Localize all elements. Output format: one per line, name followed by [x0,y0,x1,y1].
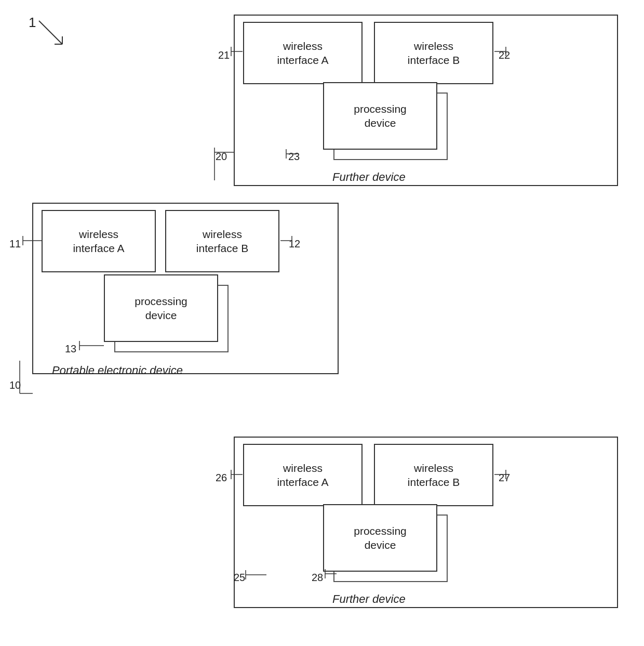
top-processing-line2: device [365,116,396,130]
middle-footer-label: Portable electronic device [52,364,183,377]
top-label22-bracket-icon [493,46,510,57]
middle-processing-box: processing device [104,274,218,342]
middle-interface-b-line2: interface B [196,241,248,255]
middle-interface-a-box: wireless interface A [42,210,156,272]
top-interface-b-line1: wireless [414,39,453,53]
bottom-processing-line2: device [365,538,396,552]
bottom-label26-bracket-icon [227,469,244,480]
bottom-interface-b-line2: interface B [408,475,460,489]
figure-arrow-icon [34,16,75,52]
top-interface-a-line2: interface A [277,53,328,67]
middle-label10-bracket-icon [16,360,34,396]
top-label20-bracket-icon [210,147,236,183]
top-interface-a-line1: wireless [283,39,323,53]
middle-label11-bracket-icon [19,235,43,246]
bottom-interface-a-label: 26 [216,472,227,484]
top-footer-label: Further device [332,170,406,184]
bottom-interface-a-line1: wireless [283,461,323,475]
top-interface-a-box: wireless interface A [243,22,363,84]
bottom-processing-line1: processing [354,524,407,538]
bottom-footer-label: Further device [332,592,406,606]
middle-interface-a-line2: interface A [73,241,124,255]
middle-interface-b-box: wireless interface B [165,210,279,272]
top-interface-b-box: wireless interface B [374,22,493,84]
bottom-label28-bracket-icon [321,568,338,579]
middle-processing-line1: processing [135,294,187,308]
middle-processing-line2: device [145,308,177,322]
top-processing-line1: processing [354,102,407,116]
bottom-interface-b-box: wireless interface B [374,444,493,506]
top-processing-box: processing device [323,82,437,150]
diagram-container: 1 wireless interface A 21 wireless inter… [0,0,644,646]
bottom-interface-a-line2: interface A [277,475,328,489]
middle-interface-b-line1: wireless [203,227,242,241]
middle-processing-label: 13 [65,343,76,355]
middle-interface-a-line1: wireless [79,227,118,241]
svg-line-0 [39,21,62,44]
top-label23-bracket-icon [282,148,299,160]
middle-label13-bracket-icon [75,340,105,351]
bottom-label25-bracket-icon [242,569,267,581]
top-label21-bracket-icon [227,46,244,57]
middle-label12-bracket-icon [279,235,296,246]
top-interface-b-line2: interface B [408,53,460,67]
bottom-label27-bracket-icon [493,469,510,480]
bottom-interface-a-box: wireless interface A [243,444,363,506]
bottom-processing-box: processing device [323,504,437,572]
bottom-interface-b-line1: wireless [414,461,453,475]
